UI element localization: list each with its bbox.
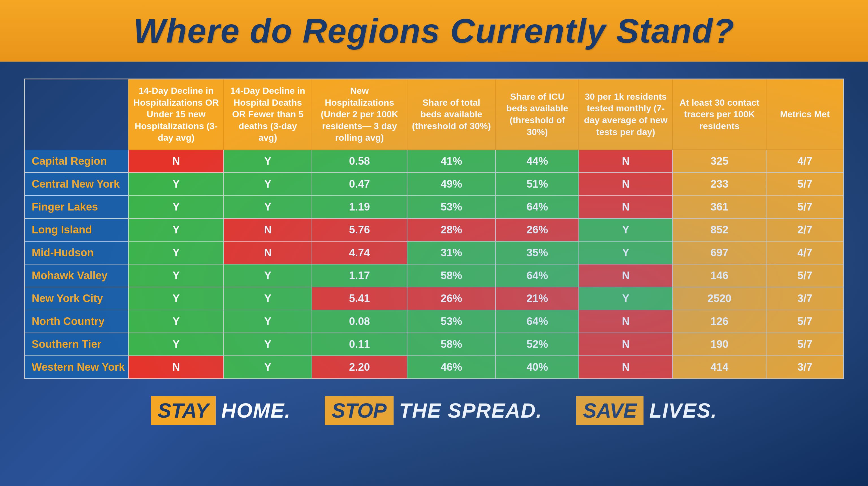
new-hosp-cell: 1.19 [312,196,407,219]
tested-cell: N [579,173,672,196]
table-container: 14-Day Decline in Hospitalizations OR Un… [24,78,844,379]
hosp-cell: Y [128,173,224,196]
icu-cell: 64% [496,310,579,333]
beds-cell: 49% [407,173,496,196]
title-bar: Where do Regions Currently Stand? [0,0,868,62]
col-header-deaths: 14-Day Decline in Hospital Deaths OR Few… [224,79,312,150]
region-name-cell: Central New York [25,173,129,196]
tracers-cell: 190 [673,333,766,356]
hosp-cell: Y [128,310,224,333]
hosp-cell: Y [128,333,224,356]
hosp-cell: N [128,356,224,379]
icu-cell: 21% [496,287,579,310]
hosp-cell: Y [128,287,224,310]
beds-cell: 28% [407,219,496,241]
tested-cell: Y [579,219,672,241]
table-row: Southern TierYY0.1158%52%N1905/7 [25,333,844,356]
tested-cell: N [579,356,672,379]
table-row: New York CityYY5.4126%21%Y25203/7 [25,287,844,310]
metrics-cell: 5/7 [766,264,843,287]
beds-cell: 53% [407,196,496,219]
deaths-cell: Y [224,150,312,173]
icu-cell: 64% [496,264,579,287]
deaths-cell: Y [224,356,312,379]
metrics-cell: 5/7 [766,173,843,196]
tested-cell: Y [579,241,672,264]
tracers-cell: 146 [673,264,766,287]
tested-cell: N [579,196,672,219]
col-header-beds: Share of total beds available (threshold… [407,79,496,150]
tracers-cell: 2520 [673,287,766,310]
metrics-cell: 4/7 [766,150,843,173]
col-header-metrics: Metrics Met [766,79,843,150]
new-hosp-cell: 4.74 [312,241,407,264]
region-name-cell: Capital Region [25,150,129,173]
beds-cell: 31% [407,241,496,264]
col-header-icu: Share of ICU beds available (threshold o… [496,79,579,150]
tested-cell: N [579,150,672,173]
icu-cell: 40% [496,356,579,379]
metrics-cell: 3/7 [766,356,843,379]
new-hosp-cell: 0.08 [312,310,407,333]
col-header-tracers: At least 30 contact tracers per 100K res… [673,79,766,150]
tested-cell: Y [579,287,672,310]
col-header-region [25,79,129,150]
metrics-cell: 2/7 [766,219,843,241]
beds-cell: 58% [407,333,496,356]
icu-cell: 26% [496,219,579,241]
hosp-cell: Y [128,196,224,219]
tracers-cell: 697 [673,241,766,264]
new-hosp-cell: 5.76 [312,219,407,241]
new-hosp-cell: 0.58 [312,150,407,173]
metrics-cell: 3/7 [766,287,843,310]
tracers-cell: 126 [673,310,766,333]
deaths-cell: N [224,241,312,264]
new-hosp-cell: 1.17 [312,264,407,287]
hosp-cell: Y [128,241,224,264]
icu-cell: 44% [496,150,579,173]
table-row: Central New YorkYY0.4749%51%N2335/7 [25,173,844,196]
footer-item-save: SAVE LIVES. [576,396,717,425]
footer-rest-spread: THE SPREAD. [399,399,542,422]
region-name-cell: North Country [25,310,129,333]
table-row: Long IslandYN5.7628%26%Y8522/7 [25,219,844,241]
tracers-cell: 852 [673,219,766,241]
new-hosp-cell: 0.11 [312,333,407,356]
deaths-cell: Y [224,310,312,333]
footer: STAY HOME. STOP THE SPREAD. SAVE LIVES. [151,396,717,425]
icu-cell: 64% [496,196,579,219]
footer-rest-home: HOME. [221,399,291,422]
metrics-cell: 5/7 [766,196,843,219]
beds-cell: 58% [407,264,496,287]
region-name-cell: Finger Lakes [25,196,129,219]
tracers-cell: 325 [673,150,766,173]
region-name-cell: Mohawk Valley [25,264,129,287]
hosp-cell: Y [128,219,224,241]
page-title: Where do Regions Currently Stand? [17,11,851,50]
beds-cell: 46% [407,356,496,379]
beds-cell: 53% [407,310,496,333]
col-header-new-hosp: New Hospitalizations (Under 2 per 100K r… [312,79,407,150]
icu-cell: 52% [496,333,579,356]
tracers-cell: 233 [673,173,766,196]
deaths-cell: Y [224,333,312,356]
region-name-cell: Western New York [25,356,129,379]
tested-cell: N [579,333,672,356]
new-hosp-cell: 5.41 [312,287,407,310]
hosp-cell: N [128,150,224,173]
tracers-cell: 361 [673,196,766,219]
deaths-cell: N [224,219,312,241]
col-header-hosp: 14-Day Decline in Hospitalizations OR Un… [128,79,224,150]
icu-cell: 35% [496,241,579,264]
deaths-cell: Y [224,173,312,196]
deaths-cell: Y [224,196,312,219]
deaths-cell: Y [224,264,312,287]
metrics-cell: 4/7 [766,241,843,264]
table-row: North CountryYY0.0853%64%N1265/7 [25,310,844,333]
beds-cell: 41% [407,150,496,173]
table-row: Finger LakesYY1.1953%64%N3615/7 [25,196,844,219]
table-row: Mohawk ValleyYY1.1758%64%N1465/7 [25,264,844,287]
table-row: Western New YorkNY2.2046%40%N4143/7 [25,356,844,379]
regions-table: 14-Day Decline in Hospitalizations OR Un… [24,78,844,379]
region-name-cell: Southern Tier [25,333,129,356]
